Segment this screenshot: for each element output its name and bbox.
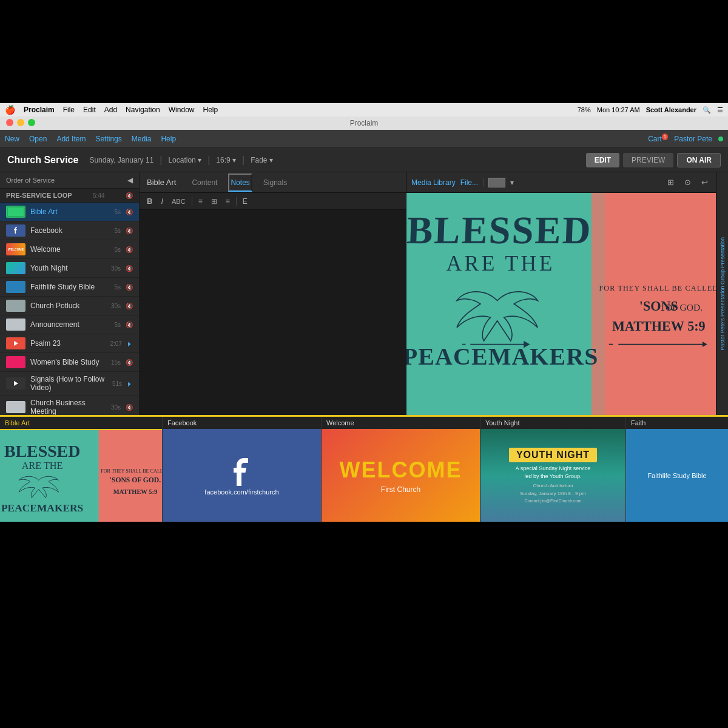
menu-file[interactable]: File [63,106,75,114]
svg-text:FOR THEY SHALL BE CALLED: FOR THEY SHALL BE CALLED [599,284,716,292]
center-panel-tabs: Bible Art Content Notes Signals [140,172,406,193]
service-date[interactable]: Sunday, January 11 [89,156,153,164]
preview-button[interactable]: PREVIEW [623,153,673,167]
tab-signals[interactable]: Signals [262,175,288,190]
traffic-light-maximize[interactable] [28,119,35,126]
item-mute-youth-night[interactable]: 🔇 [126,265,133,272]
item-play-psalm23[interactable]: ⏵ [127,340,133,347]
svg-text:MATTHEW 5:9: MATTHEW 5:9 [113,488,157,495]
sidebar-item-womens-bible-study[interactable]: Women's Bible Study 15s 🔇 [0,353,139,372]
format-extra[interactable]: E [240,196,250,207]
menu-help[interactable]: Help [203,106,218,114]
thumb-signals [6,377,25,389]
thumb-youth-night [6,262,25,274]
thumb-label-faithlife-study: Faith [626,417,728,429]
menu-edit[interactable]: Edit [83,106,96,114]
ratio-dropdown[interactable]: 16:9 ▾ [216,156,236,164]
format-indent[interactable]: ⊞ [209,196,220,207]
item-mute-bible-art[interactable]: 🔇 [126,209,133,215]
sidebar-item-faithlife[interactable]: Faithlife Study Bible 5s 🔇 [0,278,139,297]
color-dropdown[interactable]: ▾ [510,178,514,187]
settings-button[interactable]: Settings [95,135,121,143]
sidebar-item-psalm23[interactable]: Psalm 23 2:07 ⏵ [0,334,139,353]
sidebar-header: Order of Service ◀ [0,172,139,189]
item-duration-womens-bible-study: 15s [111,359,121,366]
preview-camera-button[interactable]: ⊙ [681,176,694,189]
color-swatch[interactable] [488,178,505,187]
on-air-button[interactable]: ON AIR [677,153,721,167]
sidebar-item-potluck[interactable]: Church Potluck 30s 🔇 [0,297,139,315]
menu-add[interactable]: Add [104,106,117,114]
window-title: Proclaim [350,119,379,127]
traffic-light-minimize[interactable] [17,119,24,126]
item-duration-potluck: 30s [111,303,121,309]
media-library-button[interactable]: Media Library [411,178,456,187]
item-mute-facebook[interactable]: 🔇 [126,228,133,234]
item-mute-womens-bible-study[interactable]: 🔇 [126,359,133,366]
sidebar-item-bible-art[interactable]: Bible Art 5s 🔇 [0,203,139,221]
preview-grid-button[interactable]: ⊞ [664,176,677,189]
thumb-item-youth-night[interactable]: Youth Night YOUTH NIGHT A special Sunday… [480,417,626,522]
add-item-button[interactable]: Add Item [56,135,86,143]
svg-text:ARE THE: ARE THE [447,251,555,275]
format-list[interactable]: ≡ [196,196,205,207]
traffic-light-close[interactable] [6,119,13,126]
thumbnail-strip: Bible Art BLESSED ARE THE PEACEMAKERS FO… [0,415,728,522]
transition-dropdown[interactable]: Fade ▾ [251,156,273,164]
thumb-label-welcome: Welcome [322,417,480,429]
item-label-welcome: Welcome [30,245,109,254]
file-button[interactable]: File... [460,178,478,187]
sidebar-item-facebook[interactable]: Facebook 5s 🔇 [0,221,139,240]
pastor-button[interactable]: Pastor Pete [674,135,712,143]
format-italic[interactable]: I [158,195,166,207]
format-align[interactable]: ≡ [223,196,232,207]
list-icon[interactable]: ☰ [717,106,723,114]
item-label-potluck: Church Potluck [30,302,106,310]
item-mute-welcome[interactable]: 🔇 [126,246,133,253]
notes-text-area[interactable] [140,210,406,415]
item-play-signals[interactable]: ⏵ [127,380,133,387]
thumb-welcome: WELCOME [6,243,25,255]
item-mute-announcement[interactable]: 🔇 [126,322,133,328]
item-duration-psalm23: 2:07 [110,340,122,347]
thumb-item-bible-art[interactable]: Bible Art BLESSED ARE THE PEACEMAKERS FO… [0,417,163,522]
item-mute-potluck[interactable]: 🔇 [126,303,133,309]
new-button[interactable]: New [5,135,19,143]
sidebar-item-signals[interactable]: Signals (How to Follow Video) 51s ⏵ [0,372,139,396]
sidebar-item-youth-night[interactable]: Youth Night 30s 🔇 [0,259,139,278]
preview-separator [483,178,484,187]
item-duration-announcement: 5s [114,322,121,328]
thumb-item-welcome[interactable]: Welcome WELCOME First Church [322,417,480,522]
thumb-item-faithlife-study[interactable]: Faith Faithlife Study Bible [626,417,728,522]
title-bar: Proclaim [0,116,728,130]
tab-content[interactable]: Content [190,175,218,190]
apple-logo: 🍎 [5,105,15,115]
sidebar-item-welcome[interactable]: WELCOME Welcome 5s 🔇 [0,240,139,259]
menu-navigation[interactable]: Navigation [126,106,160,114]
pre-service-mute[interactable]: 🔇 [126,192,133,199]
format-bold[interactable]: B [144,195,155,207]
item-duration-youth-night: 30s [111,265,121,272]
location-dropdown[interactable]: Location ▾ [168,156,201,164]
cart-button[interactable]: Cart1 [648,134,668,143]
sidebar-item-business-meeting[interactable]: Church Business Meeting 30s 🔇 [0,396,139,415]
preview-toolbar: Media Library File... ▾ ⊞ ⊙ ↩ [406,172,716,193]
sidebar-item-announcement[interactable]: Announcement 5s 🔇 [0,315,139,334]
media-button[interactable]: Media [132,135,152,143]
thumb-faithlife [6,281,25,293]
open-button[interactable]: Open [29,135,47,143]
thumb-potluck [6,300,25,312]
help-button[interactable]: Help [161,135,176,143]
sidebar-collapse-button[interactable]: ◀ [127,176,133,184]
search-icon[interactable]: 🔍 [703,106,711,114]
format-abc[interactable]: ABC [169,197,188,206]
preview-undo-button[interactable]: ↩ [698,176,711,189]
item-duration-signals: 51s [112,380,122,387]
menu-window[interactable]: Window [169,106,195,114]
item-mute-faithlife[interactable]: 🔇 [126,284,133,291]
thumb-announcement [6,318,25,331]
tab-notes[interactable]: Notes [228,174,252,192]
thumb-item-facebook[interactable]: Facebook facebook.com/firstchurch [163,417,322,522]
edit-button[interactable]: EDIT [586,153,619,167]
item-mute-business-meeting[interactable]: 🔇 [126,404,133,411]
